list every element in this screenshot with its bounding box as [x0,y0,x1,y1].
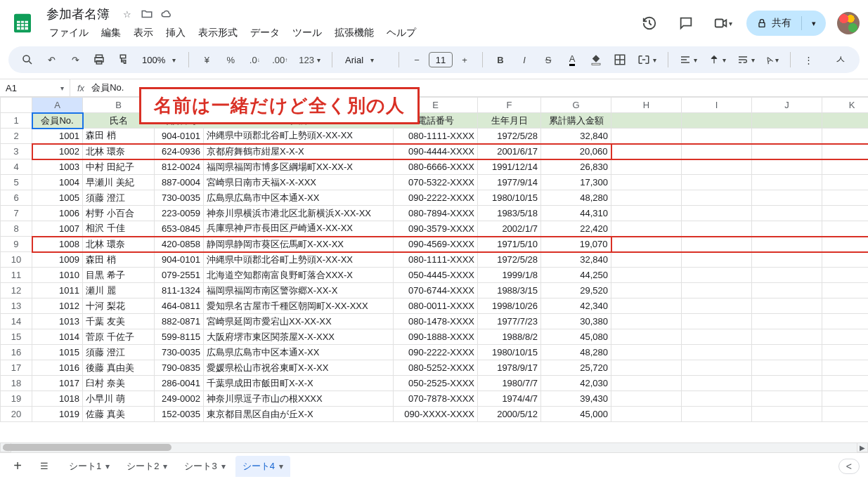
cell[interactable]: 1013 [32,314,83,329]
table-row[interactable]: 7 1006 村野 小百合 223-0059 神奈川県横浜市港北区北新横浜X-X… [1,206,869,221]
row-header[interactable]: 3 [1,144,32,159]
row-header[interactable]: 9 [1,237,32,252]
font-select[interactable]: Arial [341,51,390,69]
cell[interactable]: 2002/1/7 [478,221,541,237]
borders-icon[interactable] [611,51,629,69]
cell[interactable]: 小早川 萌 [83,391,155,407]
table-row[interactable]: 4 1003 中村 田紀子 812-0024 福岡県福岡市博多区綱場町XX-XX… [1,159,869,175]
cell[interactable]: 1005 [32,190,83,206]
table-header-cell[interactable]: 生年月日 [478,113,541,129]
cell[interactable]: 080-0011-XXXX [394,298,478,314]
table-header-cell[interactable]: 累計購入金額 [541,113,611,129]
table-row[interactable]: 9 1008 北林 環奈 420-0858 静岡県静岡市葵区伝馬町X-XX-XX… [1,237,869,252]
italic-icon[interactable]: I [515,51,533,69]
cell[interactable]: 1980/7/7 [478,376,541,391]
cell[interactable]: 1999/1/8 [478,268,541,283]
text-color-icon[interactable]: A [563,51,581,69]
cloud-status-icon[interactable] [160,8,173,20]
cell[interactable]: 福岡県福岡市南区警弥郷X-XX-X [204,283,394,298]
name-box[interactable]: A1 ▾ [0,79,70,96]
menu-edit[interactable]: 編集 [96,24,127,42]
col-header-I[interactable]: I [682,98,752,113]
sheet-tab-menu-icon[interactable]: ▾ [163,461,167,471]
cell[interactable]: 北林 環奈 [83,144,155,159]
cell[interactable]: 070-5322-XXXX [394,175,478,190]
cell[interactable]: 070-6744-XXXX [394,283,478,298]
redo-icon[interactable]: ↷ [66,51,84,69]
cell[interactable]: 森田 梢 [83,129,155,144]
menu-data[interactable]: データ [245,24,285,42]
table-row[interactable]: 2 1001 森田 梢 904-0101 沖縄県中頭郡北谷町上勢頭X-XX-XX… [1,129,869,144]
cell[interactable]: 45,000 [541,407,611,422]
more-tools-icon[interactable]: ⋮ [799,51,817,69]
table-row[interactable]: 16 1015 須藤 澄江 730-0035 広島県広島市中区本通X-XX 09… [1,345,869,360]
cell[interactable]: 22,420 [541,221,611,237]
cell[interactable]: 1983/5/18 [478,206,541,221]
cell[interactable]: 広島県広島市中区本通X-XX [204,190,394,206]
cell[interactable]: 25,720 [541,360,611,376]
cell[interactable]: 1972/5/28 [478,252,541,268]
cell[interactable]: 44,250 [541,268,611,283]
history-icon[interactable] [637,11,662,36]
row-header[interactable]: 4 [1,159,32,175]
cell[interactable]: 千葉県成田市飯田町X-X-X [204,376,394,391]
cell[interactable]: 420-0858 [155,237,204,252]
cell[interactable]: 須藤 澄江 [83,345,155,360]
cell[interactable]: 1980/10/15 [478,345,541,360]
cell[interactable]: 790-0835 [155,360,204,376]
table-row[interactable]: 18 1017 臼村 奈美 286-0041 千葉県成田市飯田町X-X-X 05… [1,376,869,391]
cell[interactable]: 080-1478-XXXX [394,314,478,329]
col-header-A[interactable]: A [32,98,83,113]
meet-icon[interactable]: ▾ [710,11,735,36]
table-row[interactable]: 5 1004 早瀬川 美紀 887-0004 宮崎県日南市天福X-X-XXX 0… [1,175,869,190]
cell[interactable]: 1998/10/26 [478,298,541,314]
sheets-logo[interactable] [8,9,37,37]
cell[interactable]: 京都府舞鶴市紺屋X-X-X [204,144,394,159]
cell[interactable]: 広島県広島市中区本通X-XX [204,345,394,360]
font-size-value[interactable]: 11 [429,52,453,67]
cell[interactable]: 宮崎県日南市天福X-X-XXX [204,175,394,190]
cell[interactable]: 森田 梢 [83,252,155,268]
cell[interactable]: 宮崎県延岡市愛宕山XX-XX-XX [204,314,394,329]
share-button[interactable]: 共有 ▾ [746,11,826,36]
sheet-tab-menu-icon[interactable]: ▾ [221,461,226,471]
cell[interactable]: 1002 [32,144,83,159]
cell[interactable]: 1991/12/14 [478,159,541,175]
cell[interactable]: 32,840 [541,129,611,144]
cell[interactable]: 29,520 [541,283,611,298]
cell[interactable]: 223-0059 [155,206,204,221]
cell[interactable]: 神奈川県逗子市山の根XXXX [204,391,394,407]
row-header[interactable]: 19 [1,391,32,407]
cell[interactable]: 瀬川 麗 [83,283,155,298]
cell[interactable]: 44,310 [541,206,611,221]
cell[interactable]: 神奈川県横浜市港北区北新横浜X-XX-XX [204,206,394,221]
add-sheet-icon[interactable]: + [8,457,27,475]
cell[interactable]: 村野 小百合 [83,206,155,221]
table-row[interactable]: 17 1016 後藤 真由美 790-0835 愛媛県松山市祝谷東町X-X-XX… [1,360,869,376]
cell[interactable]: 静岡県静岡市葵区伝馬町X-XX-XX [204,237,394,252]
bold-icon[interactable]: B [491,51,510,69]
cell[interactable]: 北海道空知郡南富良野町落合XXX-X [204,268,394,283]
cell[interactable]: 30,380 [541,314,611,329]
row-header[interactable]: 18 [1,376,32,391]
cell[interactable]: 090-4569-XXXX [394,237,478,252]
cell[interactable]: 152-0035 [155,407,204,422]
sheet-tab-menu-icon[interactable]: ▾ [105,461,110,471]
col-header-G[interactable]: G [541,98,611,113]
scroll-right-icon[interactable]: ▶ [857,442,868,452]
cell[interactable]: 090-2222-XXXX [394,345,478,360]
cell[interactable]: 1011 [32,283,83,298]
print-icon[interactable] [90,51,108,69]
table-row[interactable]: 8 1007 相沢 千佳 653-0845 兵庫県神戸市長田区戸崎通X-XX-X… [1,221,869,237]
menu-tools[interactable]: ツール [287,24,328,42]
cell[interactable]: 1014 [32,329,83,345]
name-box-dropdown-icon[interactable]: ▾ [60,84,64,92]
cell[interactable]: 887-0004 [155,175,204,190]
cell[interactable]: 26,830 [541,159,611,175]
cell[interactable]: 1978/9/17 [478,360,541,376]
cell[interactable]: 1009 [32,252,83,268]
strike-icon[interactable]: S [539,51,557,69]
cell[interactable]: 北林 環奈 [83,237,155,252]
font-size-inc[interactable]: + [455,51,474,69]
number-format[interactable]: 123 [296,51,323,69]
